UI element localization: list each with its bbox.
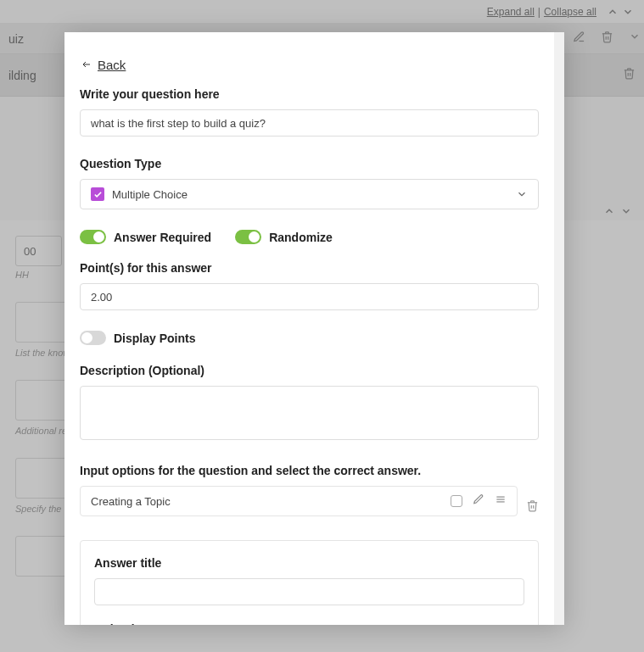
options-heading: Input options for the question and selec… <box>80 464 539 477</box>
description-label: Description (Optional) <box>80 364 539 377</box>
points-label: Point(s) for this answer <box>80 261 539 275</box>
question-field-label: Write your question here <box>80 87 539 101</box>
multiple-choice-icon <box>91 187 104 201</box>
display-points-label: Display Points <box>114 332 195 345</box>
arrow-left-icon <box>80 58 93 72</box>
question-type-select[interactable]: Multiple Choice <box>80 179 539 209</box>
randomize-label: Randomize <box>269 231 333 244</box>
answer-required-label: Answer Required <box>114 231 211 244</box>
display-points-toggle[interactable] <box>80 331 106 345</box>
question-type-value: Multiple Choice <box>112 188 188 201</box>
question-editor-modal: Back Write your question here Question T… <box>64 32 564 625</box>
drag-handle-icon[interactable] <box>495 493 507 509</box>
question-input[interactable] <box>80 109 539 137</box>
delete-option-button[interactable] <box>526 499 539 515</box>
description-textarea[interactable] <box>80 386 539 440</box>
randomize-toggle[interactable] <box>235 230 261 244</box>
back-button[interactable]: Back <box>80 58 126 72</box>
correct-answer-checkbox[interactable] <box>451 495 462 507</box>
answer-detail-card: Answer title Upload Image <box>80 540 539 625</box>
option-text: Creating a Topic <box>91 495 171 508</box>
answer-title-input[interactable] <box>94 578 524 605</box>
answer-required-toggle[interactable] <box>80 230 106 244</box>
back-label: Back <box>98 58 126 72</box>
question-type-label: Question Type <box>80 157 539 170</box>
answer-title-label: Answer title <box>94 556 524 570</box>
edit-icon[interactable] <box>473 493 484 509</box>
chevron-down-icon <box>516 188 528 200</box>
points-input[interactable] <box>80 283 539 310</box>
upload-image-label: Upload Image <box>94 622 524 625</box>
answer-option-row[interactable]: Creating a Topic <box>80 486 518 516</box>
